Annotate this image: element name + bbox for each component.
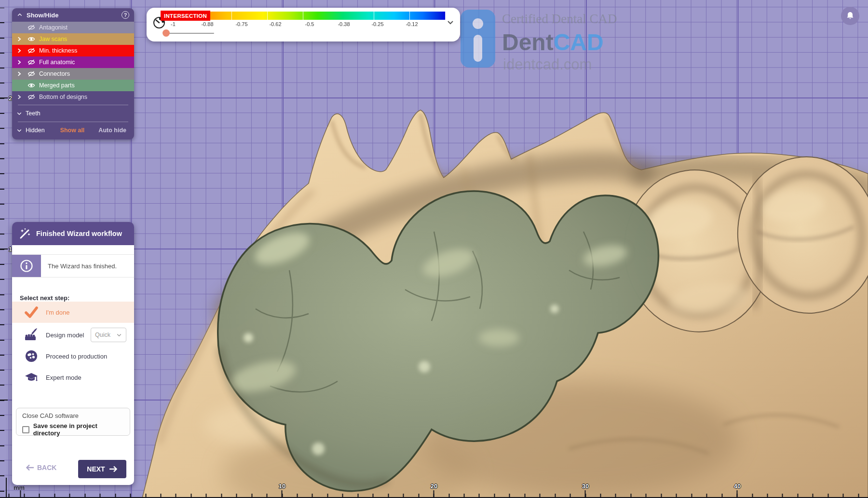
threshold-slider-knob[interactable] xyxy=(163,29,170,37)
close-cad-box: Close CAD software Save scene in project… xyxy=(16,408,130,436)
auto-hide-button[interactable]: Auto hide xyxy=(98,127,126,134)
help-icon[interactable]: ? xyxy=(122,11,129,19)
layer-label: Merged parts xyxy=(39,82,75,89)
production-icon xyxy=(22,349,41,363)
eye-off-icon[interactable] xyxy=(26,58,37,66)
scale-tick: -0.12 xyxy=(406,21,418,27)
chevron-down-icon xyxy=(447,18,454,26)
chevron-down-icon xyxy=(116,332,122,338)
wizard-header: Finished Wizard workflow xyxy=(12,222,134,245)
arrow-left-icon xyxy=(26,464,34,471)
expand-arrow-icon[interactable] xyxy=(15,36,24,42)
hidden-label: Hidden xyxy=(26,127,45,134)
eye-icon[interactable] xyxy=(26,82,37,89)
back-button[interactable]: BACK xyxy=(26,464,56,471)
layer-label: Connectors xyxy=(39,70,70,77)
design-model-icon xyxy=(22,328,41,342)
expand-arrow-icon[interactable] xyxy=(15,59,24,65)
check-icon xyxy=(22,305,41,319)
notifications-button[interactable] xyxy=(841,7,859,25)
scale-tick: -0.88 xyxy=(201,21,213,27)
threshold-slider-track[interactable] xyxy=(166,33,214,34)
show-hide-title: Show/Hide xyxy=(27,12,118,19)
step-im-done[interactable]: I'm done xyxy=(12,302,134,323)
next-button[interactable]: NEXT xyxy=(78,460,126,478)
wizard-panel: Finished Wizard workflow The Wizard has … xyxy=(12,222,134,485)
layer-row-jaw-scans[interactable]: Jaw scans xyxy=(12,33,134,45)
scale-tick: -0.25 xyxy=(371,21,383,27)
scale-tick: -0.62 xyxy=(269,21,281,27)
show-all-button[interactable]: Show all xyxy=(60,127,85,134)
eye-off-icon[interactable] xyxy=(26,70,37,78)
step-design-model[interactable]: Design model Quick xyxy=(12,324,134,346)
teeth-label: Teeth xyxy=(26,110,41,117)
arrow-right-icon xyxy=(109,466,118,472)
close-cad-label: Close CAD software xyxy=(22,412,124,419)
layer-row-full-anatomic[interactable]: Full anatomic xyxy=(12,56,134,68)
wizard-body: The Wizard has finished. Select next ste… xyxy=(12,245,134,485)
next-label: NEXT xyxy=(87,465,105,473)
layer-label: Antagonist xyxy=(39,24,68,31)
divider xyxy=(18,122,128,122)
wizard-info-text: The Wizard has finished. xyxy=(41,255,134,277)
layer-label: Bottom of designs xyxy=(39,94,87,100)
layer-label: Min. thickness xyxy=(39,47,77,54)
step-label: Proceed to production xyxy=(46,353,107,360)
intersection-scale-panel: INTERSECTION -1 -0.88 -0.75 -0.62 -0.5 -… xyxy=(147,8,460,42)
scale-tick: -1 xyxy=(171,21,176,27)
checkbox-label: Save scene in project directory xyxy=(33,422,124,437)
scale-tick: -0.5 xyxy=(305,21,314,27)
wizard-info-banner: The Wizard has finished. xyxy=(12,254,134,277)
design-model-quality-dropdown[interactable]: Quick xyxy=(91,328,126,342)
collapse-panel-button[interactable] xyxy=(447,18,454,28)
layer-label: Jaw scans xyxy=(39,36,67,42)
show-hide-panel: Show/Hide ? Antagonist Jaw scans Min. th… xyxy=(12,8,134,139)
wizard-title: Finished Wizard workflow xyxy=(36,230,122,237)
chevron-down-icon[interactable] xyxy=(15,127,24,133)
step-label: Design model xyxy=(46,332,84,339)
divider xyxy=(18,105,128,105)
graduation-cap-icon xyxy=(22,370,41,385)
wizard-footer: BACK NEXT xyxy=(12,460,134,478)
scale-tick: -0.75 xyxy=(235,21,247,27)
chevron-up-icon xyxy=(17,12,23,18)
hidden-section-row: Hidden Show all Auto hide xyxy=(12,124,134,137)
step-proceed-to-production[interactable]: Proceed to production xyxy=(12,346,134,367)
layer-row-bottom-of-designs[interactable]: Bottom of designs xyxy=(12,91,134,103)
intersection-gradient-bar: INTERSECTION xyxy=(161,12,446,20)
step-expert-mode[interactable]: Expert mode xyxy=(12,367,134,388)
expand-arrow-icon[interactable] xyxy=(15,71,24,77)
select-next-step-label: Select next step: xyxy=(20,294,69,302)
expand-arrow-icon[interactable] xyxy=(15,94,24,100)
bell-icon xyxy=(845,11,855,21)
step-label: Expert mode xyxy=(46,374,81,381)
intersection-title: INTERSECTION xyxy=(161,11,210,21)
teeth-section-header[interactable]: Teeth xyxy=(12,107,134,120)
show-hide-header[interactable]: Show/Hide ? xyxy=(12,8,134,22)
back-label: BACK xyxy=(37,464,56,471)
scale-tick: -0.38 xyxy=(338,21,350,27)
layer-row-connectors[interactable]: Connectors xyxy=(12,68,134,80)
layer-row-antagonist[interactable]: Antagonist xyxy=(12,22,134,33)
dropdown-value: Quick xyxy=(95,332,110,338)
magic-wand-icon xyxy=(19,227,31,240)
expand-arrow-icon[interactable] xyxy=(15,48,24,54)
eye-off-icon[interactable] xyxy=(26,24,37,31)
info-icon xyxy=(12,255,41,277)
dental-cad-viewport[interactable]: 10 20 30 40 2 1 mm Certified Dental CAD … xyxy=(0,0,868,498)
layer-label: Full anatomic xyxy=(39,59,75,66)
eye-off-icon[interactable] xyxy=(26,47,37,55)
layer-row-merged-parts[interactable]: Merged parts xyxy=(12,80,134,91)
layer-row-min-thickness[interactable]: Min. thickness xyxy=(12,45,134,56)
chevron-down-icon xyxy=(15,111,24,116)
save-scene-checkbox-row[interactable]: Save scene in project directory xyxy=(22,422,124,437)
checkbox[interactable] xyxy=(22,426,29,433)
eye-icon[interactable] xyxy=(26,35,37,43)
eye-off-icon[interactable] xyxy=(26,93,37,101)
step-label: I'm done xyxy=(46,309,69,316)
